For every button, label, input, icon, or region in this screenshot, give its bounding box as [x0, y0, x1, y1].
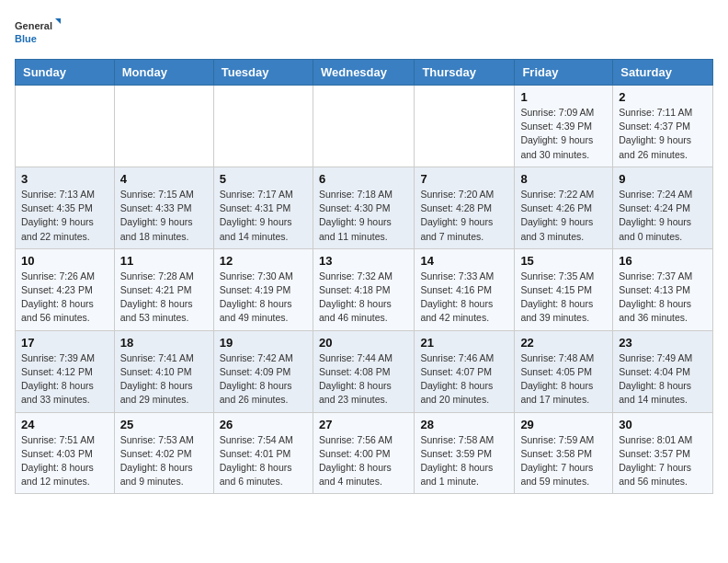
day-info: Sunrise: 7:56 AM Sunset: 4:00 PM Dayligh… — [319, 433, 408, 489]
day-info: Sunrise: 7:28 AM Sunset: 4:21 PM Dayligh… — [120, 270, 208, 326]
day-info: Sunrise: 7:42 AM Sunset: 4:09 PM Dayligh… — [220, 351, 307, 408]
day-info: Sunrise: 7:54 AM Sunset: 4:01 PM Dayligh… — [220, 433, 307, 489]
day-number: 2 — [619, 90, 707, 104]
day-cell: 3Sunrise: 7:13 AM Sunset: 4:35 PM Daylig… — [16, 167, 115, 248]
day-number: 25 — [120, 418, 208, 431]
day-cell: 11Sunrise: 7:28 AM Sunset: 4:21 PM Dayli… — [114, 248, 213, 330]
header-thursday: Thursday — [415, 60, 515, 86]
day-cell: 6Sunrise: 7:18 AM Sunset: 4:30 PM Daylig… — [313, 167, 414, 248]
day-info: Sunrise: 7:13 AM Sunset: 4:35 PM Dayligh… — [21, 188, 108, 244]
day-info: Sunrise: 8:01 AM Sunset: 3:57 PM Dayligh… — [619, 433, 707, 489]
day-cell: 12Sunrise: 7:30 AM Sunset: 4:19 PM Dayli… — [213, 248, 313, 330]
logo: General Blue — [15, 15, 61, 52]
day-cell: 24Sunrise: 7:51 AM Sunset: 4:03 PM Dayli… — [16, 412, 115, 494]
day-number: 26 — [220, 418, 307, 431]
week-row-2: 3Sunrise: 7:13 AM Sunset: 4:35 PM Daylig… — [16, 167, 713, 248]
day-cell: 8Sunrise: 7:22 AM Sunset: 4:26 PM Daylig… — [515, 167, 613, 248]
day-cell: 26Sunrise: 7:54 AM Sunset: 4:01 PM Dayli… — [213, 412, 313, 494]
header-saturday: Saturday — [613, 60, 713, 86]
day-cell: 14Sunrise: 7:33 AM Sunset: 4:16 PM Dayli… — [415, 248, 515, 330]
day-number: 17 — [21, 336, 108, 350]
day-number: 4 — [120, 172, 208, 186]
day-number: 6 — [319, 172, 408, 186]
svg-text:Blue: Blue — [15, 33, 37, 44]
day-cell: 7Sunrise: 7:20 AM Sunset: 4:28 PM Daylig… — [415, 167, 515, 248]
day-cell: 21Sunrise: 7:46 AM Sunset: 4:07 PM Dayli… — [415, 330, 515, 412]
week-row-5: 24Sunrise: 7:51 AM Sunset: 4:03 PM Dayli… — [16, 412, 713, 494]
day-number: 21 — [420, 336, 508, 350]
day-number: 14 — [420, 254, 508, 268]
day-info: Sunrise: 7:18 AM Sunset: 4:30 PM Dayligh… — [319, 188, 408, 244]
day-number: 12 — [220, 254, 307, 268]
day-number: 19 — [220, 336, 307, 350]
day-info: Sunrise: 7:44 AM Sunset: 4:08 PM Dayligh… — [319, 351, 408, 408]
day-number: 20 — [319, 336, 408, 350]
day-number: 1 — [520, 90, 607, 104]
day-number: 15 — [520, 254, 607, 268]
day-cell: 13Sunrise: 7:32 AM Sunset: 4:18 PM Dayli… — [313, 248, 414, 330]
day-cell: 28Sunrise: 7:58 AM Sunset: 3:59 PM Dayli… — [415, 412, 515, 494]
day-number: 8 — [520, 172, 607, 186]
day-cell: 5Sunrise: 7:17 AM Sunset: 4:31 PM Daylig… — [213, 167, 313, 248]
day-info: Sunrise: 7:58 AM Sunset: 3:59 PM Dayligh… — [420, 433, 508, 489]
day-number: 7 — [420, 172, 508, 186]
header-sunday: Sunday — [16, 60, 115, 86]
day-info: Sunrise: 7:35 AM Sunset: 4:15 PM Dayligh… — [520, 270, 607, 326]
day-number: 5 — [220, 172, 307, 186]
day-info: Sunrise: 7:22 AM Sunset: 4:26 PM Dayligh… — [520, 188, 607, 244]
day-cell: 4Sunrise: 7:15 AM Sunset: 4:33 PM Daylig… — [114, 167, 213, 248]
week-row-3: 10Sunrise: 7:26 AM Sunset: 4:23 PM Dayli… — [16, 248, 713, 330]
day-cell: 23Sunrise: 7:49 AM Sunset: 4:04 PM Dayli… — [613, 330, 713, 412]
day-cell: 18Sunrise: 7:41 AM Sunset: 4:10 PM Dayli… — [114, 330, 213, 412]
day-cell — [16, 86, 115, 167]
day-number: 9 — [619, 172, 707, 186]
day-number: 16 — [619, 254, 707, 268]
day-cell: 15Sunrise: 7:35 AM Sunset: 4:15 PM Dayli… — [515, 248, 613, 330]
svg-text:General: General — [15, 20, 52, 31]
day-cell: 25Sunrise: 7:53 AM Sunset: 4:02 PM Dayli… — [114, 412, 213, 494]
header-friday: Friday — [515, 60, 613, 86]
day-cell: 19Sunrise: 7:42 AM Sunset: 4:09 PM Dayli… — [213, 330, 313, 412]
svg-marker-2 — [55, 18, 61, 26]
header: General Blue — [15, 15, 713, 52]
week-row-1: 1Sunrise: 7:09 AM Sunset: 4:39 PM Daylig… — [16, 86, 713, 167]
day-number: 29 — [520, 418, 607, 431]
day-info: Sunrise: 7:24 AM Sunset: 4:24 PM Dayligh… — [619, 188, 707, 244]
day-cell: 20Sunrise: 7:44 AM Sunset: 4:08 PM Dayli… — [313, 330, 414, 412]
calendar-table: SundayMondayTuesdayWednesdayThursdayFrid… — [15, 59, 713, 494]
day-info: Sunrise: 7:59 AM Sunset: 3:58 PM Dayligh… — [520, 433, 607, 489]
day-info: Sunrise: 7:30 AM Sunset: 4:19 PM Dayligh… — [220, 270, 307, 326]
day-number: 22 — [520, 336, 607, 350]
day-number: 24 — [21, 418, 108, 431]
day-cell: 29Sunrise: 7:59 AM Sunset: 3:58 PM Dayli… — [515, 412, 613, 494]
day-info: Sunrise: 7:46 AM Sunset: 4:07 PM Dayligh… — [420, 351, 508, 408]
day-cell — [313, 86, 414, 167]
day-info: Sunrise: 7:37 AM Sunset: 4:13 PM Dayligh… — [619, 270, 707, 326]
day-info: Sunrise: 7:17 AM Sunset: 4:31 PM Dayligh… — [220, 188, 307, 244]
week-row-4: 17Sunrise: 7:39 AM Sunset: 4:12 PM Dayli… — [16, 330, 713, 412]
day-cell — [415, 86, 515, 167]
day-info: Sunrise: 7:20 AM Sunset: 4:28 PM Dayligh… — [420, 188, 508, 244]
day-info: Sunrise: 7:11 AM Sunset: 4:37 PM Dayligh… — [619, 106, 707, 162]
day-info: Sunrise: 7:32 AM Sunset: 4:18 PM Dayligh… — [319, 270, 408, 326]
day-number: 3 — [21, 172, 108, 186]
day-cell: 9Sunrise: 7:24 AM Sunset: 4:24 PM Daylig… — [613, 167, 713, 248]
day-cell: 2Sunrise: 7:11 AM Sunset: 4:37 PM Daylig… — [613, 86, 713, 167]
day-number: 23 — [619, 336, 707, 350]
day-info: Sunrise: 7:09 AM Sunset: 4:39 PM Dayligh… — [520, 106, 607, 162]
day-info: Sunrise: 7:26 AM Sunset: 4:23 PM Dayligh… — [21, 270, 108, 326]
day-cell: 10Sunrise: 7:26 AM Sunset: 4:23 PM Dayli… — [16, 248, 115, 330]
day-info: Sunrise: 7:51 AM Sunset: 4:03 PM Dayligh… — [21, 433, 108, 489]
day-cell: 17Sunrise: 7:39 AM Sunset: 4:12 PM Dayli… — [16, 330, 115, 412]
day-cell — [114, 86, 213, 167]
day-number: 30 — [619, 418, 707, 431]
day-number: 11 — [120, 254, 208, 268]
day-number: 18 — [120, 336, 208, 350]
day-info: Sunrise: 7:41 AM Sunset: 4:10 PM Dayligh… — [120, 351, 208, 408]
calendar-header-row: SundayMondayTuesdayWednesdayThursdayFrid… — [16, 60, 713, 86]
day-info: Sunrise: 7:33 AM Sunset: 4:16 PM Dayligh… — [420, 270, 508, 326]
header-monday: Monday — [114, 60, 213, 86]
day-cell: 27Sunrise: 7:56 AM Sunset: 4:00 PM Dayli… — [313, 412, 414, 494]
day-info: Sunrise: 7:39 AM Sunset: 4:12 PM Dayligh… — [21, 351, 108, 408]
header-wednesday: Wednesday — [313, 60, 414, 86]
